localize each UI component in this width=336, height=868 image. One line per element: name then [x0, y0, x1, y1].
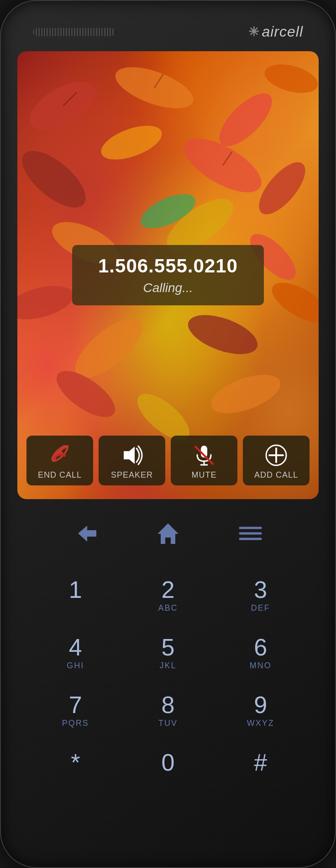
svg-point-4 — [17, 141, 95, 217]
brand-star-icon: ✳ — [248, 24, 259, 39]
phone-top-bar: ✳ aircell — [19, 15, 317, 51]
key-star[interactable]: * — [31, 740, 120, 794]
key-hash-digit: # — [254, 751, 267, 774]
mute-label: MUTE — [192, 470, 217, 480]
mute-icon — [190, 444, 218, 467]
mute-button[interactable]: MUTE — [171, 436, 237, 485]
speaker-label: SPEAKER — [111, 470, 153, 480]
key-7[interactable]: 7 PQRS — [31, 683, 120, 737]
speaker-button[interactable]: SPEAKER — [99, 436, 165, 485]
svg-point-3 — [262, 59, 319, 98]
key-9[interactable]: 9 WXYZ — [216, 683, 305, 737]
key-1[interactable]: 1 — [31, 568, 120, 622]
key-0[interactable]: 0 — [124, 740, 213, 794]
key-9-letters: WXYZ — [247, 719, 274, 729]
key-8[interactable]: 8 TUV — [124, 683, 213, 737]
key-8-digit: 8 — [162, 693, 175, 717]
home-button[interactable] — [152, 517, 184, 549]
nav-row — [17, 508, 319, 559]
key-2-digit: 2 — [162, 578, 175, 602]
phone-number-display: 1.506.555.0210 — [95, 255, 241, 277]
calling-status-text: Calling... — [95, 281, 241, 295]
key-6-digit: 6 — [254, 635, 267, 659]
key-hash[interactable]: # — [216, 740, 305, 794]
key-3-letters: DEF — [251, 603, 270, 613]
brand-logo: ✳ aircell — [248, 23, 303, 40]
brand-name: aircell — [262, 23, 303, 40]
key-1-digit: 1 — [69, 578, 82, 602]
key-8-letters: TUV — [158, 719, 178, 729]
back-button[interactable] — [70, 517, 102, 549]
key-5-letters: JKL — [159, 661, 176, 671]
keypad-grid: 1 2 ABC 3 DEF 4 GHI 5 JKL 6 MNO — [17, 568, 319, 794]
key-3-digit: 3 — [254, 578, 267, 602]
end-call-label: END CALL — [38, 470, 82, 480]
key-2-letters: ABC — [158, 603, 178, 613]
svg-point-7 — [251, 155, 313, 222]
add-call-button[interactable]: ADD CALL — [243, 436, 310, 485]
key-3[interactable]: 3 DEF — [216, 568, 305, 622]
svg-point-12 — [266, 275, 319, 330]
key-star-digit: * — [71, 751, 80, 774]
phone-device: ✳ aircell — [0, 0, 336, 868]
phone-screen: 1.506.555.0210 Calling... END CALL — [17, 51, 319, 499]
add-call-label: ADD CALL — [254, 470, 298, 480]
svg-point-2 — [211, 85, 280, 154]
key-5[interactable]: 5 JKL — [124, 625, 213, 679]
key-4-digit: 4 — [69, 635, 82, 659]
key-6-letters: MNO — [250, 661, 272, 671]
end-call-button[interactable]: END CALL — [26, 436, 93, 485]
add-call-icon — [262, 444, 290, 467]
key-4-letters: GHI — [67, 661, 84, 671]
calling-info-overlay: 1.506.555.0210 Calling... — [72, 245, 264, 305]
key-7-letters: PQRS — [62, 719, 89, 729]
call-controls: END CALL SPEAKER — [17, 436, 319, 485]
end-call-icon — [46, 444, 74, 467]
key-0-digit: 0 — [162, 751, 175, 774]
key-7-digit: 7 — [69, 693, 82, 717]
key-9-digit: 9 — [254, 693, 267, 717]
key-5-digit: 5 — [162, 635, 175, 659]
keypad-area: 1 2 ABC 3 DEF 4 GHI 5 JKL 6 MNO — [17, 499, 319, 849]
svg-point-5 — [97, 119, 166, 166]
speaker-grille — [33, 28, 115, 36]
menu-button[interactable] — [234, 517, 266, 549]
key-6[interactable]: 6 MNO — [216, 625, 305, 679]
key-2[interactable]: 2 ABC — [124, 568, 213, 622]
svg-point-14 — [183, 307, 262, 362]
svg-point-11 — [17, 280, 77, 326]
svg-marker-23 — [124, 447, 135, 464]
speaker-icon — [118, 444, 146, 467]
key-4[interactable]: 4 GHI — [31, 625, 120, 679]
svg-point-17 — [206, 367, 285, 421]
